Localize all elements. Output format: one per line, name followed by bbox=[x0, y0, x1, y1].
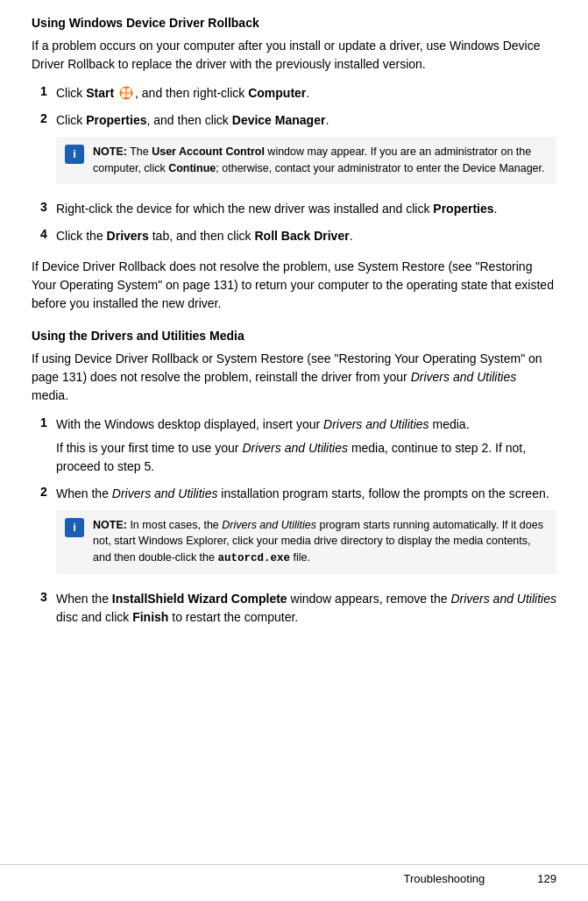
section1-steps: 1 Click Start , and then right-click Com… bbox=[32, 84, 556, 245]
svg-rect-2 bbox=[127, 89, 131, 93]
step-number: 3 bbox=[32, 200, 56, 214]
step-number: 1 bbox=[32, 415, 56, 429]
svg-rect-1 bbox=[122, 89, 126, 93]
note-content: In most cases, the Drivers and Utilities… bbox=[93, 519, 543, 564]
step2-note: i NOTE: In most cases, the Drivers and U… bbox=[56, 510, 556, 574]
section1-step1: 1 Click Start , and then right-click Com… bbox=[32, 84, 556, 103]
section1-closing: If Device Driver Rollback does not resol… bbox=[32, 258, 556, 313]
step1-text-before: Click Start bbox=[56, 86, 117, 100]
section1-step2: 2 Click Properties, and then click Devic… bbox=[32, 111, 556, 191]
note-text: NOTE: The User Account Control window ma… bbox=[93, 144, 548, 177]
step-number: 4 bbox=[32, 227, 56, 241]
step-number: 2 bbox=[32, 485, 56, 499]
step1-sub: If this is your first time to use your D… bbox=[56, 439, 556, 476]
step3-text: Right-click the device for which the new… bbox=[56, 202, 497, 216]
note-label: NOTE: bbox=[93, 145, 127, 158]
step3-text: When the InstallShield Wizard Complete w… bbox=[56, 592, 556, 624]
step-content: Click the Drivers tab, and then click Ro… bbox=[56, 227, 556, 245]
windows-start-icon bbox=[119, 86, 133, 100]
note-label: NOTE: bbox=[93, 519, 127, 531]
footer-section-label: Troubleshooting bbox=[404, 872, 485, 885]
step2-note: i NOTE: The User Account Control window … bbox=[56, 137, 556, 184]
step2-text: Click Properties, and then click Device … bbox=[56, 113, 329, 127]
section2-step3: 3 When the InstallShield Wizard Complete… bbox=[32, 590, 556, 627]
section2-step2: 2 When the Drivers and Utilities install… bbox=[32, 485, 556, 581]
step-content: When the InstallShield Wizard Complete w… bbox=[56, 590, 556, 627]
note-icon: i bbox=[65, 518, 84, 537]
step-content: With the Windows desktop displayed, inse… bbox=[56, 415, 556, 476]
note-content: The User Account Control window may appe… bbox=[93, 145, 545, 174]
note-text: NOTE: In most cases, the Drivers and Uti… bbox=[93, 517, 548, 567]
step-number: 2 bbox=[32, 111, 56, 125]
step1-text-after: , and then right-click Computer. bbox=[135, 86, 309, 100]
note-icon: i bbox=[65, 145, 84, 164]
page-footer: Troubleshooting 129 bbox=[0, 864, 588, 885]
section2-steps: 1 With the Windows desktop displayed, in… bbox=[32, 415, 556, 627]
step-content: Right-click the device for which the new… bbox=[56, 200, 556, 218]
step1-main: With the Windows desktop displayed, inse… bbox=[56, 417, 470, 431]
step-number: 1 bbox=[32, 84, 56, 98]
step-content: When the Drivers and Utilities installat… bbox=[56, 485, 556, 581]
step4-text: Click the Drivers tab, and then click Ro… bbox=[56, 229, 353, 243]
section1-step4: 4 Click the Drivers tab, and then click … bbox=[32, 227, 556, 245]
page-content: Using Windows Device Driver Rollback If … bbox=[0, 0, 588, 692]
section2-intro: If using Device Driver Rollback or Syste… bbox=[32, 350, 556, 405]
section2-heading: Using the Drivers and Utilities Media bbox=[32, 329, 556, 343]
section1-heading: Using Windows Device Driver Rollback bbox=[32, 16, 556, 30]
svg-rect-4 bbox=[127, 94, 131, 98]
step2-text: When the Drivers and Utilities installat… bbox=[56, 486, 549, 500]
step-number: 3 bbox=[32, 590, 56, 604]
section1-step3: 3 Right-click the device for which the n… bbox=[32, 200, 556, 218]
section1-intro: If a problem occurs on your computer aft… bbox=[32, 37, 556, 74]
step-content: Click Properties, and then click Device … bbox=[56, 111, 556, 191]
step-content: Click Start , and then right-click Compu… bbox=[56, 84, 556, 103]
section2-step1: 1 With the Windows desktop displayed, in… bbox=[32, 415, 556, 476]
svg-rect-3 bbox=[122, 94, 126, 98]
footer-page-number: 129 bbox=[537, 872, 556, 885]
